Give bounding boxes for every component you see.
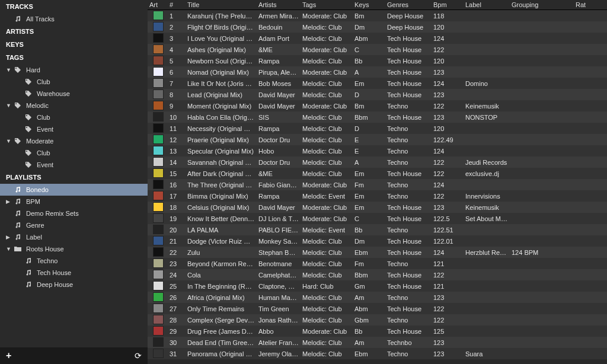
table-row[interactable]: 25In The Beginning (Raum…Claptone, N…Har…: [148, 280, 607, 292]
table-body[interactable]: 1Karahunj (The Prelude)Armen Mira…Modera…: [148, 10, 607, 364]
sidebar-item-genre[interactable]: Genre: [0, 219, 148, 231]
table-row[interactable]: 27Only Time RemainsTim GreenMelodic: Clu…: [148, 303, 607, 314]
table-row[interactable]: 19Know It Better (Dennis C…DJ Lion & Tr……: [148, 213, 607, 224]
cell-bpm: 124: [432, 80, 464, 87]
table-row[interactable]: 5Newborn Soul (Original…RampaMelodic: Cl…: [148, 55, 607, 66]
refresh-button[interactable]: ⟳: [135, 351, 142, 360]
table-row[interactable]: 22ZuluStephan Bo…Melodic: ClubEbmTech Ho…: [148, 247, 607, 258]
sidebar-item-melodic[interactable]: ▼ Melodic: [0, 100, 148, 111]
cell-artist: Hobo: [257, 148, 301, 155]
table-row[interactable]: 17Bimma (Original Mix)RampaMelodic: Even…: [148, 190, 607, 202]
column-tags[interactable]: Tags: [301, 1, 353, 8]
cell-bpm: 122.49: [432, 136, 464, 143]
table-row[interactable]: 26Africa (Original Mix)Human Mac…Melodic…: [148, 292, 607, 303]
cell-number: 26: [168, 294, 186, 301]
table-row[interactable]: 28Complex (Serge Devant…Jonas Rath…Melod…: [148, 314, 607, 325]
table-row[interactable]: 2Flight Of Birds (Original…BedouinMelodi…: [148, 21, 607, 33]
cell-tag: Melodic: Club: [301, 249, 353, 256]
column-art[interactable]: Art: [148, 1, 168, 8]
cell-tag: Moderate: Club: [301, 181, 353, 189]
cell-number: 5: [168, 58, 186, 65]
column-grouping[interactable]: Grouping: [510, 1, 574, 8]
sidebar-item-deep-house[interactable]: Deep House: [0, 279, 148, 290]
sidebar-item-hard[interactable]: ▼ Hard: [0, 64, 148, 76]
sidebar-item-hard-warehouse[interactable]: Warehouse: [0, 88, 148, 100]
table-row[interactable]: 20LA PALMAPABLO FIER…Melodic: EventBbTec…: [148, 224, 607, 235]
sidebar-item-all-tracks[interactable]: All Tracks: [0, 13, 148, 25]
table-row[interactable]: 16The Three (Original Mix)Fabio Giannell…: [148, 179, 607, 190]
sidebar-item-tech-house[interactable]: Tech House: [0, 267, 148, 279]
table-row[interactable]: 29Drug Free (James Dexte…AbboModerate: C…: [148, 325, 607, 337]
cell-number: 28: [168, 317, 186, 324]
cell-artist: Camelphat…: [257, 272, 301, 279]
table-row[interactable]: 21Dodge (Victor Ruiz Remix)Monkey Safari…: [148, 235, 607, 247]
add-button[interactable]: +: [6, 350, 11, 361]
table-row[interactable]: 12Praerie (Original Mix)Doctor DruMelodi…: [148, 134, 607, 145]
artwork-thumbnail: [153, 112, 164, 122]
cell-title: I Love You (Original Mix): [186, 35, 257, 42]
cell-number: 4: [168, 46, 186, 53]
cell-art: [148, 213, 168, 224]
sidebar-item-melodic-event[interactable]: Event: [0, 123, 148, 135]
cell-key: Bb: [353, 328, 385, 335]
table-row[interactable]: 6Nomad (Original Mix)Pirupa, Alex…Modera…: [148, 66, 607, 78]
column-artists[interactable]: Artists: [257, 1, 301, 8]
cell-key: D: [353, 91, 385, 98]
sidebar-item-bpm[interactable]: ▶ BPM: [0, 196, 148, 207]
table-row[interactable]: 31Panorama (Original Mix)Jeremy Ola…Melo…: [148, 348, 607, 359]
section-artists[interactable]: ARTISTS: [0, 25, 148, 38]
sidebar: TRACKS All Tracks ARTISTS KEYS TAGS ▼ Ha…: [0, 0, 148, 364]
table-row[interactable]: 13Specular (Original Mix)HoboMelodic: Cl…: [148, 145, 607, 157]
column-bpm[interactable]: Bpm: [432, 1, 464, 8]
cell-genre: Tech House: [385, 215, 432, 222]
table-row[interactable]: 23Beyond (Karmon Remix)BenotmaneMelodic:…: [148, 258, 607, 269]
sidebar-item-moderate[interactable]: ▼ Moderate: [0, 135, 148, 147]
table-row[interactable]: 7Like It Or Not (Joris Voor…Bob MosesMel…: [148, 78, 607, 89]
cell-key: Dm: [353, 24, 385, 31]
section-tracks[interactable]: TRACKS: [0, 0, 148, 13]
table-row[interactable]: 10Habla Con Ella (Original…SISMelodic: C…: [148, 111, 607, 123]
cell-bpm: 122: [432, 170, 464, 177]
column-rating[interactable]: Rat: [574, 1, 592, 8]
sidebar-item-label[interactable]: ▶ Label: [0, 231, 148, 243]
section-keys[interactable]: KEYS: [0, 38, 148, 51]
music-note-icon: [13, 221, 23, 229]
column-number[interactable]: #: [168, 1, 186, 8]
cell-number: 19: [168, 215, 186, 222]
table-row[interactable]: 11Necessity (Original Mix)RampaMelodic: …: [148, 123, 607, 134]
table-row[interactable]: 1Karahunj (The Prelude)Armen Mira…Modera…: [148, 10, 607, 21]
section-tags[interactable]: TAGS: [0, 51, 148, 64]
sidebar-item-hard-club[interactable]: Club: [0, 76, 148, 88]
cell-title: Moment (Original Mix): [186, 103, 257, 110]
sidebar-item-roots-house[interactable]: ▼ Roots House: [0, 243, 148, 255]
column-title[interactable]: Title: [186, 1, 257, 8]
sidebar-item-melodic-club[interactable]: Club: [0, 111, 148, 123]
sidebar-item-demo-remix[interactable]: Demo Remix Sets: [0, 207, 148, 219]
sidebar-item-techno[interactable]: Techno: [0, 255, 148, 267]
table-row[interactable]: 9Moment (Original Mix)David MayerModerat…: [148, 100, 607, 111]
cell-key: Bb: [353, 58, 385, 65]
table-row[interactable]: 3I Love You (Original Mix)Adam PortMelod…: [148, 33, 607, 44]
sidebar-item-moderate-event[interactable]: Event: [0, 159, 148, 171]
column-label[interactable]: Label: [464, 1, 510, 8]
cell-title: Nomad (Original Mix): [186, 69, 257, 76]
table-row[interactable]: 8Lead (Original Mix)David MayerMelodic: …: [148, 89, 607, 100]
sidebar-item-moderate-club[interactable]: Club: [0, 147, 148, 159]
table-row[interactable]: 18Celsius (Original Mix)David MayerModer…: [148, 202, 607, 213]
column-genres[interactable]: Genres: [385, 1, 432, 8]
table-row[interactable]: 14Savannah (Original Mix)Doctor DruMelod…: [148, 157, 607, 168]
cell-label: Set About Mu…: [464, 215, 510, 222]
cell-number: 8: [168, 91, 186, 98]
cell-art: [148, 349, 168, 359]
table-row[interactable]: 30Dead End (Tim Green R…Atelier Franc…Me…: [148, 337, 607, 348]
section-playlists[interactable]: PLAYLISTS: [0, 171, 148, 184]
table-row[interactable]: 4Ashes (Original Mix)&MEModerate: ClubCT…: [148, 44, 607, 55]
column-keys[interactable]: Keys: [353, 1, 385, 8]
cell-artist: Adam Port: [257, 35, 301, 42]
sidebar-item-bonedo[interactable]: Bonedo: [0, 184, 148, 196]
cell-key: Abm: [353, 35, 385, 42]
cell-tag: Melodic: Club: [301, 125, 353, 132]
table-row[interactable]: 15After Dark (Original Mix)&MEMelodic: C…: [148, 168, 607, 179]
table-row[interactable]: 24ColaCamelphat…Melodic: ClubBbmTech Hou…: [148, 269, 607, 280]
cell-bpm: 118: [432, 12, 464, 20]
